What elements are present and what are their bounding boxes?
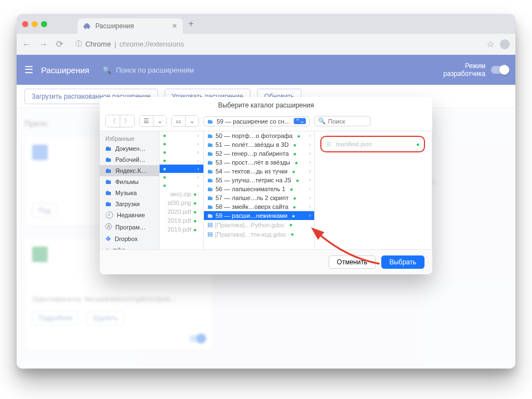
new-tab-button[interactable]: + [188, 19, 193, 29]
site-info-icon[interactable]: ⓘ [75, 39, 82, 49]
close-tab-icon[interactable]: ✕ [172, 22, 177, 30]
extensions-header: ☰ Расширения 🔍 Режим разработчика [17, 55, 515, 85]
list-item[interactable]: 🖿57 — лапше…ль 2 скрипт●› [204, 193, 314, 202]
chevron-right-icon: › [309, 168, 311, 174]
list-item[interactable]: 🖿50 — портф…о фотографа●› [204, 131, 314, 140]
list-item[interactable]: ●› [160, 173, 203, 181]
group-segment[interactable]: ⚏ ⌄ [171, 115, 199, 127]
list-item[interactable]: id30.png● [160, 198, 203, 207]
finder-search[interactable]: 🔍 [314, 116, 371, 126]
card-toggle[interactable] [190, 335, 205, 342]
file-label: 55 — улучш…тетрис на JS [216, 177, 291, 183]
chevron-down-icon[interactable]: ⌄ [185, 116, 198, 126]
sync-check-icon: ● [293, 142, 296, 148]
developer-mode-toggle[interactable]: Режим разработчика [443, 62, 508, 78]
browser-tab[interactable]: Расширения ✕ [78, 18, 183, 34]
sync-check-icon: ● [291, 231, 294, 237]
gdoc-icon: ▤ [207, 231, 213, 238]
chevron-down-icon[interactable]: ⌄ [153, 116, 166, 126]
details-button[interactable]: Под [32, 203, 57, 218]
list-item[interactable]: ●› [160, 131, 203, 140]
choose-button[interactable]: Выбрать [381, 255, 424, 269]
profile-avatar[interactable] [500, 39, 510, 49]
remove-button[interactable]: Удалить [86, 311, 124, 325]
app-icon [32, 247, 48, 262]
menu-icon[interactable]: ☰ [24, 64, 33, 76]
sidebar-item-recents[interactable]: 🕘Недавние [100, 209, 159, 221]
grid-view-icon[interactable]: ⚏ [172, 116, 185, 126]
list-item[interactable]: 🖿53 — прост…лёт в звёзды●› [204, 158, 314, 167]
nav-back-forward[interactable]: 〈 〉 [105, 115, 135, 127]
nav-forward-button[interactable]: 〉 [120, 115, 134, 127]
list-item[interactable]: 🖿51 — полёт…звёзды в 3D●› [204, 140, 314, 149]
nav-back-button[interactable]: 〈 [106, 115, 120, 127]
search-input[interactable] [116, 66, 260, 74]
folder-icon: 🖿 [105, 145, 112, 152]
back-button[interactable]: ← [22, 39, 31, 49]
file-label: 51 — полёт…звёзды в 3D [216, 141, 289, 148]
list-item[interactable]: 🖿52 — генер…р лабиринта●› [204, 149, 314, 158]
folder-icon: 🖿 [105, 156, 112, 163]
omnibox[interactable]: ⓘ Chrome | chrome://extensions [75, 39, 184, 49]
finder-column-3[interactable]: 🗎 manifest.json ● [315, 131, 432, 249]
list-item[interactable]: ●› [160, 140, 203, 148]
sidebar-item-applications[interactable]: ⒶПрограм… [100, 221, 159, 233]
list-item[interactable]: 2020.pdf● [160, 207, 203, 216]
reload-button[interactable]: ⟳ [56, 39, 63, 49]
columns-view-icon[interactable]: ☰ [140, 116, 153, 126]
sidebar-item-dropbox[interactable]: ❖Dropbox [100, 233, 159, 244]
list-item[interactable]: ●› [160, 148, 203, 156]
file-label: 52 — генер…р лабиринта [216, 150, 289, 157]
sidebar-item-movies[interactable]: 🖿Фильмы [100, 176, 159, 187]
list-item[interactable]: ако).zip● [160, 190, 203, 198]
sync-check-icon: ● [297, 133, 300, 139]
list-item[interactable]: ▤[Практика]…тти-код.gdoc● [204, 229, 314, 239]
omnibox-url: chrome://extensions [120, 40, 184, 48]
sync-check-icon: ● [293, 151, 296, 157]
bookmark-star-icon[interactable]: ☆ [487, 39, 494, 49]
zoom-window-button[interactable] [41, 21, 47, 27]
extensions-search[interactable]: 🔍 [103, 66, 260, 74]
manifest-filename[interactable]: manifest.json [336, 141, 372, 147]
file-label: [Практика]…тти-код.gdoc [215, 231, 287, 238]
list-item[interactable]: ●› [160, 165, 203, 173]
sidebar-item-yandex[interactable]: 🖿Яндекс.К… [100, 165, 159, 176]
file-icon: 🗎 [326, 140, 332, 148]
sync-check-icon: ● [416, 141, 420, 147]
folder-icon: 🖿 [207, 186, 213, 192]
omnibox-product: Chrome [85, 40, 111, 48]
sync-check-icon: ● [293, 204, 296, 210]
list-item[interactable]: ▤[Практика]…Python.gdoc● [204, 220, 314, 229]
sidebar-item-music[interactable]: 🖿Музыка [100, 187, 159, 198]
cancel-button[interactable]: Отменить [329, 255, 376, 269]
view-mode-segment[interactable]: ☰ ⌄ [139, 115, 167, 127]
toggle-switch[interactable] [491, 66, 508, 74]
list-item[interactable]: 🖿54 — тектов…дь из тучки●› [204, 167, 314, 176]
search-input[interactable] [328, 118, 367, 125]
path-dropdown[interactable]: 🖿 59 — расширение со сн… ⌃⌄ [203, 116, 310, 126]
file-label: 56 — лапшесниматель 1 [216, 186, 285, 192]
list-item[interactable]: 🖿56 — лапшесниматель 1●› [204, 185, 314, 193]
list-item[interactable]: ●› [160, 156, 203, 165]
folder-icon: 🖿 [207, 203, 213, 210]
close-window-button[interactable] [22, 21, 28, 27]
folder-icon: 🖿 [105, 200, 112, 208]
finder-column-2[interactable]: 🖿50 — портф…о фотографа●›🖿51 — полёт…звё… [204, 131, 315, 249]
list-item[interactable]: 2019.pdf● [160, 225, 203, 234]
sidebar-item-documents[interactable]: 🖿Докумен… [100, 143, 159, 154]
details-button[interactable]: Подробнее [32, 311, 79, 325]
list-item[interactable]: 🖿58 — змейк…оверх сайта●› [204, 202, 314, 211]
folder-icon: 🖿 [105, 167, 112, 175]
sidebar-item-desktop[interactable]: 🖿Рабочий… [100, 154, 159, 165]
sidebar-item-home[interactable]: ⌂mike [100, 244, 159, 249]
chevron-right-icon: › [309, 213, 311, 218]
file-label: 50 — портф…о фотографа [216, 132, 293, 139]
forward-button[interactable]: → [39, 39, 48, 49]
minimize-window-button[interactable] [32, 21, 38, 27]
list-item[interactable]: 2019.pdf● [160, 216, 203, 225]
list-item[interactable]: 🖿55 — улучш…тетрис на JS●› [204, 176, 314, 185]
list-item[interactable]: 🖿59 — расши…нежинками●› [204, 211, 314, 220]
list-item[interactable]: ●› [160, 181, 203, 190]
sidebar-item-downloads[interactable]: 🖿Загрузки [100, 198, 159, 209]
finder-column-1[interactable]: ●› ●› ●› ●› ●› ●› ●› ако).zip● id30.png●… [160, 131, 204, 249]
